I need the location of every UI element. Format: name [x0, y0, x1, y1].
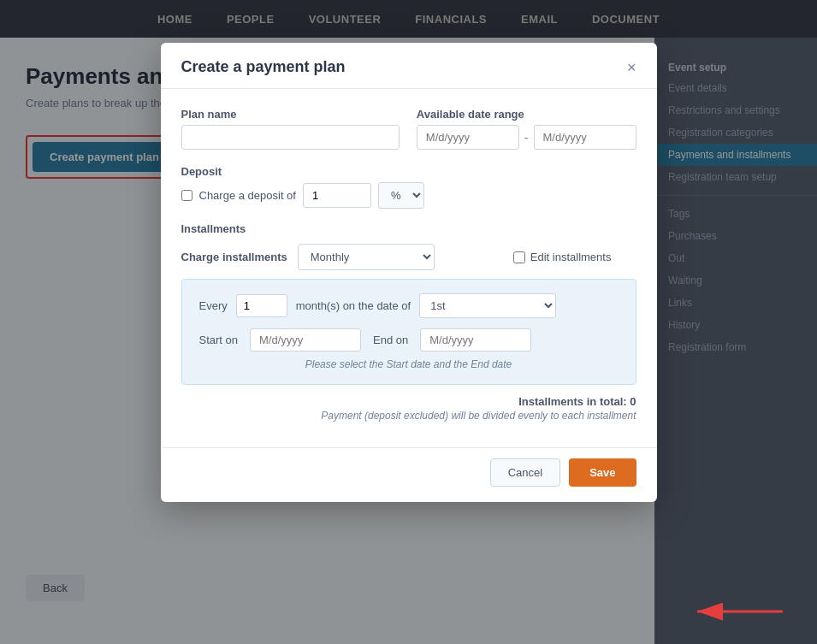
date-range-group: Available date range - [417, 108, 636, 150]
edit-installments-checkbox[interactable] [513, 251, 525, 263]
deposit-row: Charge a deposit of % $ [181, 182, 636, 209]
save-arrow-indicator [689, 594, 791, 629]
installments-total-note: Payment (deposit excluded) will be divid… [181, 410, 636, 422]
config-note: Please select the Start date and the End… [199, 358, 619, 370]
date-range-label: Available date range [417, 108, 636, 121]
every-value-input[interactable] [236, 294, 287, 317]
cancel-button[interactable]: Cancel [490, 458, 560, 487]
deposit-checkbox-label: Charge a deposit of [199, 189, 296, 202]
installments-total: Installments in total: 0 [181, 395, 636, 408]
plan-name-label: Plan name [181, 108, 400, 121]
date-of-select[interactable]: 1st 2nd 3rd 4th 5th 10th 15th 20th 25th … [419, 293, 556, 318]
start-end-row: Start on End on [199, 328, 619, 352]
plan-name-group: Plan name [181, 108, 400, 150]
installment-config-box: Every month(s) on the date of 1st 2nd 3r… [181, 279, 636, 385]
installments-title: Installments [181, 222, 246, 235]
charge-frequency-select[interactable]: Monthly Weekly Daily Custom [298, 244, 435, 270]
modal-footer: Cancel Save [161, 447, 657, 502]
installments-header: Installments [181, 222, 636, 235]
installments-section: Installments Charge installments Monthly… [181, 222, 636, 385]
deposit-checkbox[interactable] [181, 190, 192, 201]
date-end-input[interactable] [534, 125, 636, 150]
deposit-section: Deposit Charge a deposit of % $ [181, 165, 636, 209]
plan-name-date-row: Plan name Available date range - [181, 108, 636, 150]
start-on-label: Start on [199, 334, 239, 346]
edit-installments-row: Edit installments [513, 251, 612, 263]
end-on-label: End on [373, 334, 408, 346]
date-start-input[interactable] [417, 125, 519, 150]
charge-row: Charge installments Monthly Weekly Daily… [181, 244, 636, 270]
save-button[interactable]: Save [569, 458, 636, 487]
start-on-input[interactable] [250, 328, 361, 352]
modal-close-button[interactable]: × [627, 60, 636, 75]
deposit-value-input[interactable] [303, 183, 371, 208]
every-row: Every month(s) on the date of 1st 2nd 3r… [199, 293, 619, 318]
modal-title: Create a payment plan [181, 58, 346, 76]
every-label: Every [199, 299, 228, 312]
charge-installments-label: Charge installments [181, 251, 287, 263]
deposit-type-select[interactable]: % $ [378, 182, 424, 209]
plan-name-input[interactable] [181, 125, 400, 150]
create-payment-plan-modal: Create a payment plan × Plan name Availa… [161, 43, 657, 502]
end-on-input[interactable] [420, 328, 531, 352]
modal-header: Create a payment plan × [161, 43, 657, 89]
date-range-separator: - [524, 131, 529, 145]
date-range-inputs: - [417, 125, 636, 150]
months-label: month(s) on the date of [296, 299, 411, 312]
edit-installments-label: Edit installments [530, 251, 612, 263]
modal-body: Plan name Available date range - Deposit… [161, 89, 657, 447]
deposit-section-label: Deposit [181, 165, 636, 178]
